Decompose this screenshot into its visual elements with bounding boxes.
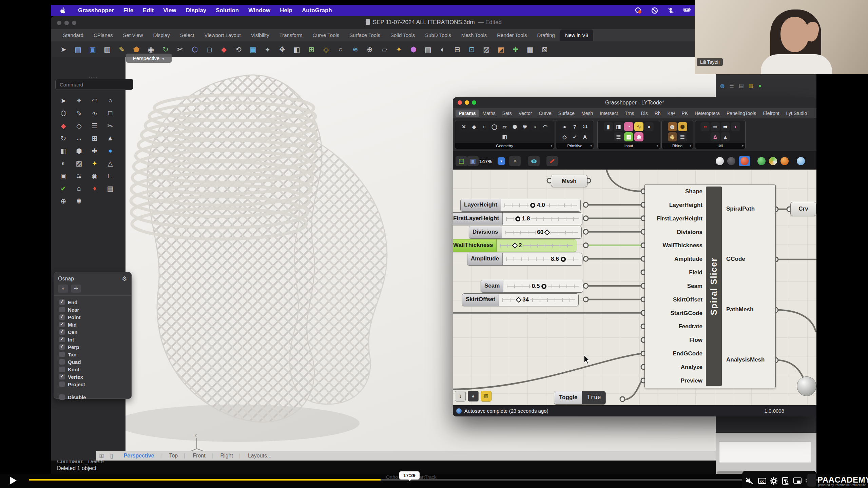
palette-icon[interactable]: ∿ <box>634 122 643 131</box>
palette-icon[interactable]: ✓ <box>570 132 579 141</box>
toolbar-tab[interactable]: Visibility <box>246 30 274 41</box>
zoom-dropdown-icon[interactable]: ▾ <box>498 157 505 165</box>
preview-shaded-icon[interactable] <box>739 156 750 166</box>
toolbar-tab[interactable]: Surface Tools <box>344 30 385 41</box>
layout-single-icon[interactable]: ▯ <box>110 452 113 460</box>
checkbox[interactable] <box>59 374 65 379</box>
osnap-option[interactable]: Near <box>54 306 131 313</box>
tool-icon[interactable]: ↻ <box>56 132 71 144</box>
palette-icon[interactable]: 7 <box>570 122 579 131</box>
palette-icon[interactable]: ◯ <box>490 122 499 131</box>
component-input[interactable]: Preview <box>645 378 705 384</box>
slider-knob[interactable] <box>516 297 522 303</box>
component-output[interactable]: AnalysisMesh <box>726 356 765 364</box>
toolbar-icon[interactable]: ▦ <box>526 46 535 53</box>
tool-icon[interactable]: ∟ <box>102 170 118 182</box>
tool-icon[interactable]: ◠ <box>87 94 102 107</box>
component-input[interactable]: EndGCode <box>645 351 705 357</box>
focus-canvas-icon[interactable]: ⌖ <box>509 156 521 166</box>
toolbar-tab[interactable]: Transform <box>274 30 308 41</box>
palette-icon[interactable]: ▦ <box>624 132 633 141</box>
palette-icon[interactable]: ☰ <box>614 132 623 141</box>
tool-icon[interactable]: ✱ <box>71 195 87 207</box>
palette-icon[interactable]: ● <box>560 122 569 131</box>
gear-icon[interactable]: ⚙ <box>122 275 127 282</box>
zoom-level[interactable]: 147% <box>479 156 492 166</box>
mute-icon[interactable] <box>745 476 754 485</box>
paint-icon[interactable]: ▨ <box>749 83 753 89</box>
tool-icon[interactable]: ◧ <box>56 144 71 157</box>
toolbar-tab[interactable]: Mesh Tools <box>456 30 492 41</box>
toolbar-tab[interactable]: Viewport Layout <box>199 30 246 41</box>
component-input[interactable]: SkirtOffset <box>645 297 705 303</box>
toolbar-tab[interactable]: CPlanes <box>89 30 118 41</box>
checkbox[interactable] <box>59 344 65 350</box>
component-input[interactable]: Shape <box>645 189 705 195</box>
toolbar-icon[interactable]: ▤ <box>424 46 432 53</box>
tool-icon[interactable]: ◐ <box>56 157 71 170</box>
import-tray-icon[interactable]: ↓ <box>455 391 466 402</box>
toolbar-icon[interactable]: ◉ <box>147 46 155 53</box>
toolbar-icon[interactable]: ▱ <box>380 46 389 53</box>
component-input[interactable]: Field <box>645 270 705 276</box>
toolbar-tab[interactable]: Display <box>148 30 175 41</box>
preview-wire-icon[interactable] <box>727 156 735 166</box>
tool-icon[interactable]: ⬢ <box>71 144 87 157</box>
solver-mixed-icon[interactable] <box>769 156 777 166</box>
palette-icon[interactable]: ▲ <box>721 132 730 141</box>
slider-knob[interactable] <box>541 284 546 289</box>
grasshopper-menu-tab[interactable]: Vector <box>516 110 535 117</box>
tool-icon[interactable]: ➤ <box>56 94 71 107</box>
toolbar-tab[interactable]: Select <box>175 30 199 41</box>
palette-icon[interactable]: ▮ <box>604 122 613 131</box>
slider-knob[interactable] <box>512 243 518 249</box>
toolbar-icon[interactable]: ▣ <box>249 46 257 53</box>
viewport-tab[interactable]: Front <box>185 453 213 459</box>
tool-icon[interactable]: ⌂ <box>71 182 87 195</box>
osnap-option[interactable]: Quad <box>54 358 131 366</box>
component-input[interactable]: Analyze <box>645 364 705 370</box>
sketch-pen-icon[interactable] <box>546 156 558 166</box>
toolbar-icon[interactable]: ▣ <box>88 46 97 53</box>
toolbar-icon[interactable]: ⬟ <box>132 46 141 53</box>
solver-orange-icon[interactable] <box>780 156 789 166</box>
grasshopper-menu-tab[interactable]: Heteroptera <box>692 110 723 117</box>
grasshopper-menu-tab[interactable]: Lyt.Studio <box>783 110 810 117</box>
palette-icon[interactable]: ◉ <box>668 132 677 141</box>
menu-item-solution[interactable]: Solution <box>216 7 239 14</box>
toolbar-tab[interactable]: Set View <box>118 30 148 41</box>
screen-recording-icon[interactable] <box>635 7 642 14</box>
menu-item-grasshopper[interactable]: Grasshopper <box>78 7 114 14</box>
toolbar-tab[interactable]: Solid Tools <box>385 30 420 41</box>
slider-rail[interactable]: 34 <box>499 294 578 306</box>
slider-rail[interactable]: 1.8 <box>503 213 582 225</box>
focus-mode-icon[interactable] <box>651 7 658 14</box>
checkbox[interactable] <box>59 322 65 327</box>
toolbar-tab[interactable]: Standard <box>58 30 89 41</box>
checkbox[interactable] <box>59 299 65 305</box>
slider-rail[interactable]: 0.5 <box>503 280 583 292</box>
save-icon[interactable]: ▣ <box>467 156 479 166</box>
tool-icon[interactable]: ● <box>102 144 118 157</box>
sphere-preview-icon[interactable]: ● <box>468 391 479 402</box>
toolbar-tab[interactable]: New in V8 <box>560 30 593 41</box>
toggle-value[interactable]: True <box>582 391 605 404</box>
viewport-tab[interactable]: Layouts... <box>240 453 279 459</box>
component-input[interactable]: LayerHeight <box>645 202 705 208</box>
slider-wallthickness[interactable]: WallThickness 2 <box>453 239 576 252</box>
toolbar-icon[interactable]: ○ <box>336 46 345 53</box>
palette-icon[interactable]: ▱ <box>500 122 509 131</box>
palette-icon[interactable]: ◗ <box>531 122 540 131</box>
toolbar-icon[interactable]: ⟲ <box>234 46 243 53</box>
component-input[interactable]: StartGCode <box>645 310 705 316</box>
osnap-option[interactable]: Point <box>54 313 131 321</box>
checkbox[interactable] <box>59 329 65 335</box>
toolbar-icon[interactable]: ⊞ <box>307 46 316 53</box>
toolbar-icon[interactable]: ⊡ <box>467 46 476 53</box>
slider-knob[interactable] <box>515 216 520 221</box>
toolbar-icon[interactable]: ⊠ <box>540 46 549 53</box>
slider-knob[interactable] <box>544 230 550 235</box>
slider-rail[interactable]: 4.0 <box>501 199 580 211</box>
slider-knob[interactable] <box>530 203 535 208</box>
miniplayer-icon[interactable] <box>793 476 802 485</box>
